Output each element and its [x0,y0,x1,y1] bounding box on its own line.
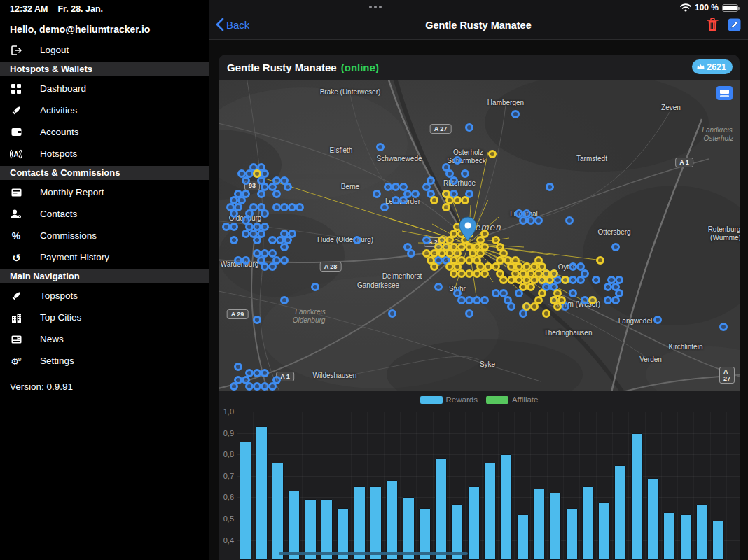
hotspot-dot-blue[interactable] [242,216,250,225]
chart-bar[interactable] [468,486,480,560]
hotspot-dot-blue[interactable] [480,296,489,304]
hotspot-dot-blue[interactable] [611,296,620,304]
chart-bar[interactable] [712,521,724,560]
rewards-bar-chart[interactable]: 1,00,90,80,70,60,50,4 [219,410,740,560]
hotspot-dot-blue[interactable] [450,176,458,185]
hotspot-dot-blue[interactable] [253,316,261,324]
hotspot-dot-blue[interactable] [257,190,265,198]
sidebar-item-payment-history[interactable]: ↺Payment History [0,246,209,268]
hotspot-dot-blue[interactable] [261,262,269,271]
chart-bar[interactable] [549,493,561,560]
chart-bar[interactable] [647,478,659,560]
hotspot-dot-blue[interactable] [280,230,289,238]
chart-scroll-indicator[interactable] [279,552,468,555]
chart-bar[interactable] [370,486,382,560]
hotspot-dot-yellow[interactable] [557,296,566,304]
hotspot-dot-yellow[interactable] [488,150,497,158]
hotspot-dot-blue[interactable] [234,363,242,371]
hotspot-dot-blue[interactable] [284,183,292,191]
hotspot-dot-blue[interactable] [280,296,289,304]
chart-bar[interactable] [582,486,594,560]
hotspot-dot-blue[interactable] [268,236,277,244]
chart-bar[interactable] [598,502,610,560]
hotspot-dot-yellow[interactable] [538,289,546,298]
hotspot-dot-yellow[interactable] [542,309,550,318]
sidebar-item-commissions[interactable]: %Commissions [0,225,209,246]
chart-bar[interactable] [614,465,626,560]
hotspot-dot-blue[interactable] [242,256,250,265]
sidebar-item-dashboard[interactable]: Dashboard [0,78,209,99]
chart-bar[interactable] [321,499,333,560]
hotspot-dot-blue[interactable] [653,316,662,324]
hotspot-dot-blue[interactable] [492,289,500,298]
hotspot-dot-blue[interactable] [611,243,620,251]
hotspot-dot-blue[interactable] [288,230,296,238]
hotspot-dot-blue[interactable] [296,203,304,211]
legend-item-rewards[interactable]: Rewards [420,396,478,404]
sidebar-item-contacts[interactable]: Contacts [0,203,209,225]
hotspot-dot-blue[interactable] [230,223,238,231]
hotspot-dot-yellow[interactable] [546,276,554,284]
hotspot-dot-blue[interactable] [245,382,254,391]
hotspot-dot-blue[interactable] [311,283,319,291]
sidebar-item-accounts[interactable]: Accounts [0,121,209,143]
hotspot-dot-blue[interactable] [261,382,269,391]
hotspot-dot-blue[interactable] [576,276,585,284]
hotspot-dot-blue[interactable] [534,216,543,225]
hotspot-dot-blue[interactable] [272,176,281,185]
hotspot-dot-blue[interactable] [380,203,389,211]
hotspot-dot-yellow[interactable] [461,196,469,204]
hotspot-dot-blue[interactable] [257,230,265,238]
sidebar-item-top-cities[interactable]: Top Cities [0,307,209,328]
hotspot-dot-blue[interactable] [453,289,462,298]
hotspot-dot-blue[interactable] [237,196,246,204]
hotspot-dot-blue[interactable] [253,249,261,258]
chart-bar[interactable] [288,491,300,560]
multitask-indicator[interactable] [369,6,385,8]
sidebar-item-settings[interactable]: ⚙⚙Settings [0,350,209,372]
hotspot-dot-blue[interactable] [373,190,381,198]
hotspot-dot-blue[interactable] [392,196,400,204]
hotspot-dot-blue[interactable] [569,276,577,284]
hotspot-dot-yellow[interactable] [511,256,520,265]
sidebar-item-news[interactable]: News [0,328,209,350]
chart-bar[interactable] [533,489,545,560]
hotspot-dot-blue[interactable] [234,376,242,384]
hotspot-dot-blue[interactable] [615,276,623,284]
hotspot-dot-yellow[interactable] [519,270,527,278]
hotspot-dot-yellow[interactable] [453,249,462,258]
hotspot-dot-blue[interactable] [261,369,269,377]
sidebar-item-monthly-report[interactable]: Monthly Report [0,181,209,203]
hotspot-dot-yellow[interactable] [496,243,504,251]
sidebar-item-logout[interactable]: Logout [0,39,209,61]
chart-bar[interactable] [272,463,284,560]
chart-bar[interactable] [435,458,447,560]
chart-bar[interactable] [240,442,251,560]
hotspot-dot-blue[interactable] [242,230,250,238]
chart-bar[interactable] [566,508,578,560]
hotspot-dot-blue[interactable] [245,369,254,377]
hotspot-dot-blue[interactable] [234,256,242,265]
sidebar-item-topspots[interactable]: Topspots [0,285,209,307]
map[interactable]: Brake (Unterweser)HambergenZevenElsfleth… [219,80,740,391]
hotspot-dot-blue[interactable] [230,236,238,244]
hotspot-dot-blue[interactable] [230,196,238,204]
hotspot-dot-yellow[interactable] [588,296,597,304]
hotspot-dot-yellow[interactable] [476,249,485,258]
chart-bar[interactable] [500,454,512,560]
hotspot-dot-yellow[interactable] [530,276,539,284]
hotspot-dot-yellow[interactable] [450,270,458,278]
hotspot-dot-blue[interactable] [607,276,616,284]
hotspot-dot-blue[interactable] [422,183,431,191]
hotspot-dot-blue[interactable] [719,323,728,331]
chart-bar[interactable] [354,486,366,560]
hotspot-dot-blue[interactable] [257,203,265,211]
sidebar-item-hotspots[interactable]: AHotspots [0,143,209,164]
chart-bar[interactable] [403,497,415,560]
hotspot-dot-blue[interactable] [388,309,396,318]
chart-bar[interactable] [696,504,708,560]
map-layers-button[interactable] [716,86,733,100]
hotspot-dot-blue[interactable] [565,216,574,225]
hotspot-dot-blue[interactable] [280,256,289,265]
hotspot-dot-blue[interactable] [253,369,261,377]
